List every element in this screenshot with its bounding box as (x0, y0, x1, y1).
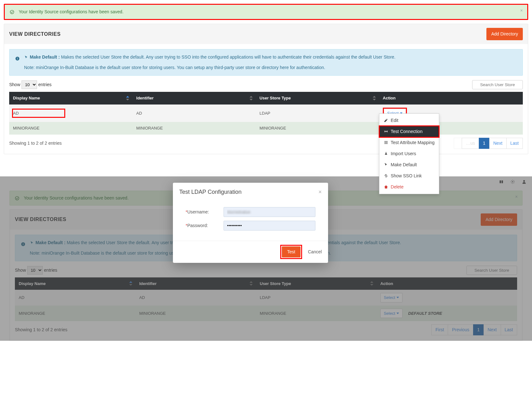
search-input[interactable] (472, 80, 523, 89)
action-dropdown: Edit Test Connection Test Attribute Mapp… (379, 113, 440, 194)
col-display-name[interactable]: Display Name (13, 96, 40, 100)
col-user-store-type[interactable]: User Store Type (260, 96, 291, 100)
pagination: …us 1 Next Last (454, 138, 523, 149)
svg-point-5 (386, 131, 388, 132)
cell-identifier: MINIORANGE (132, 122, 256, 135)
directories-table: Display Name Identifier User Store Type … (9, 92, 523, 135)
info-note: Note: miniOrange In-Built Database is th… (24, 64, 396, 71)
cancel-button[interactable]: Cancel (308, 249, 322, 255)
table-row: AD AD LDAP Select (9, 105, 523, 122)
menu-test-connection[interactable]: Test Connection (379, 126, 439, 137)
close-icon[interactable]: × (318, 188, 322, 196)
panel-title: VIEW DIRECTORIES (9, 30, 60, 38)
menu-make-default[interactable]: Make Default (379, 159, 439, 170)
info-icon (15, 55, 20, 62)
menu-test-attribute-mapping[interactable]: Test Attribute Mapping (379, 137, 439, 148)
password-label: *Password: (186, 222, 224, 229)
close-icon[interactable]: × (520, 7, 523, 14)
cell-type: LDAP (256, 105, 379, 122)
showing-entries: Showing 1 to 2 of 2 entries (9, 140, 62, 147)
success-alert: Your Identity Source configurations have… (4, 4, 528, 20)
col-action: Action (383, 96, 396, 100)
username-label: *Username: (186, 209, 224, 215)
username-input[interactable] (224, 207, 315, 217)
panel-header: VIEW DIRECTORIES Add Directory (4, 24, 528, 44)
col-identifier[interactable]: Identifier (136, 96, 154, 100)
cell-identifier: AD (132, 105, 256, 122)
svg-rect-3 (17, 58, 17, 58)
table-controls: Show 10 entries (9, 80, 523, 89)
alert-message: Your Identity Source configurations have… (19, 9, 124, 15)
table-row: MINIORANGE MINIORANGE MINIORANGE (9, 122, 523, 135)
cursor-icon (24, 54, 30, 60)
directories-panel: VIEW DIRECTORIES Add Directory Make Defa… (4, 24, 528, 154)
add-directory-button[interactable]: Add Directory (486, 28, 523, 40)
page-prev[interactable]: …us (462, 138, 479, 149)
entries-label: entries (38, 82, 52, 87)
menu-delete[interactable]: Delete (379, 181, 439, 193)
page-size-select[interactable]: 10 (22, 80, 37, 89)
sort-icon[interactable] (250, 96, 253, 100)
menu-show-sso-link[interactable]: Show SSO Link (379, 170, 439, 181)
password-input[interactable] (224, 221, 315, 231)
page-current[interactable]: 1 (479, 138, 490, 149)
modal-title: Test LDAP Configuration (179, 188, 242, 196)
cell-display-name: AD (12, 108, 66, 118)
info-box: Make Default : Makes the selected User S… (9, 49, 523, 76)
menu-import-users[interactable]: Import Users (379, 148, 439, 159)
show-label: Show (9, 82, 20, 87)
cell-type: MINIORANGE (256, 122, 379, 135)
make-default-text: Makes the selected User Store the defaul… (61, 54, 396, 60)
svg-rect-2 (17, 58, 17, 60)
test-button[interactable]: Test (282, 246, 301, 257)
page-next[interactable]: Next (489, 138, 507, 149)
check-circle-icon (10, 9, 14, 15)
test-ldap-modal: Test LDAP Configuration × *Username: *Pa… (173, 183, 328, 263)
cell-display-name: MINIORANGE (9, 122, 132, 135)
make-default-label: Make Default : (30, 54, 60, 60)
sort-icon[interactable] (126, 96, 129, 100)
sort-icon[interactable] (373, 96, 376, 100)
menu-edit[interactable]: Edit (379, 115, 439, 126)
screenshot-2: Your Identity Source configurations have… (0, 176, 532, 341)
page-first[interactable] (454, 138, 462, 149)
page-last[interactable]: Last (506, 138, 523, 149)
svg-point-4 (384, 131, 386, 132)
